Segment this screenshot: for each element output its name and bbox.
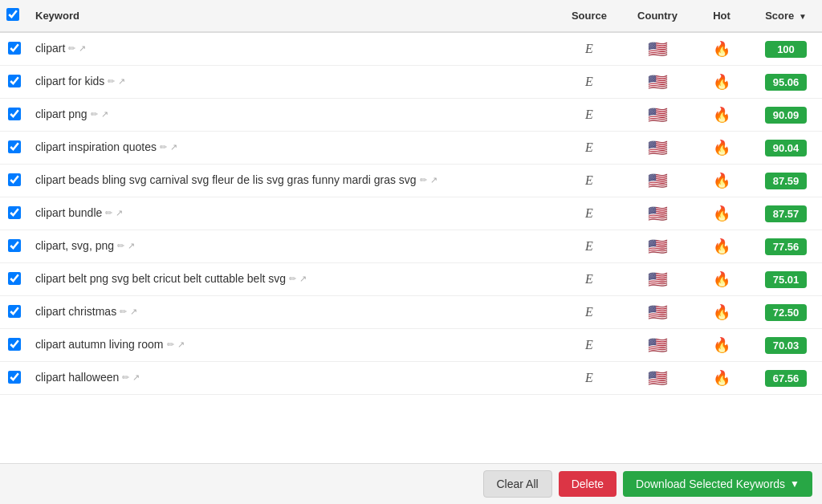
external-link-icon[interactable]: ↗ bbox=[79, 43, 86, 55]
edit-icon[interactable]: ✏ bbox=[117, 240, 124, 252]
hot-cell: 🔥 bbox=[694, 329, 750, 362]
external-link-icon[interactable]: ↗ bbox=[116, 207, 123, 219]
edit-icon[interactable]: ✏ bbox=[160, 141, 167, 153]
header-check[interactable] bbox=[0, 0, 29, 32]
keyword-text: clipart beads bling svg carnival svg fle… bbox=[35, 173, 417, 189]
keyword-cell: clipart for kids ✏↗ bbox=[29, 66, 557, 99]
hot-cell: 🔥 bbox=[694, 230, 750, 263]
row-checkbox-cell[interactable] bbox=[0, 99, 29, 132]
flag-icon: 🇺🇸 bbox=[648, 270, 668, 288]
row-checkbox[interactable] bbox=[8, 272, 21, 285]
external-link-icon[interactable]: ↗ bbox=[130, 306, 137, 318]
row-checkbox-cell[interactable] bbox=[0, 329, 29, 362]
keyword-table: Keyword Source Country Hot Score ▼ clipa… bbox=[0, 0, 822, 395]
external-link-icon[interactable]: ↗ bbox=[128, 240, 135, 252]
row-checkbox[interactable] bbox=[8, 173, 21, 186]
keyword-text: clipart christmas bbox=[35, 304, 116, 320]
header-source: Source bbox=[557, 0, 621, 32]
clear-all-button[interactable]: Clear All bbox=[483, 470, 552, 498]
score-cell: 72.50 bbox=[750, 296, 822, 329]
download-button[interactable]: Download Selected Keywords ▼ bbox=[623, 471, 812, 497]
country-cell: 🇺🇸 bbox=[621, 197, 694, 230]
edit-icon[interactable]: ✏ bbox=[289, 273, 296, 285]
header-score[interactable]: Score ▼ bbox=[750, 0, 822, 32]
header-hot: Hot bbox=[694, 0, 750, 32]
row-checkbox[interactable] bbox=[8, 140, 21, 153]
row-checkbox-cell[interactable] bbox=[0, 362, 29, 395]
table-row: clipart ✏↗E🇺🇸🔥100 bbox=[0, 32, 822, 66]
country-cell: 🇺🇸 bbox=[621, 32, 694, 66]
source-cell: E bbox=[557, 197, 621, 230]
edit-icon[interactable]: ✏ bbox=[105, 207, 112, 219]
row-checkbox[interactable] bbox=[8, 371, 21, 384]
source-cell: E bbox=[557, 165, 621, 197]
external-link-icon[interactable]: ↗ bbox=[177, 339, 185, 351]
score-badge: 75.01 bbox=[765, 271, 807, 288]
footer-bar: Clear All Delete Download Selected Keywo… bbox=[0, 463, 822, 504]
external-link-icon[interactable]: ↗ bbox=[101, 108, 108, 120]
row-checkbox[interactable] bbox=[8, 239, 21, 252]
row-checkbox-cell[interactable] bbox=[0, 165, 29, 197]
score-badge: 95.06 bbox=[765, 74, 807, 91]
keyword-cell: clipart bundle ✏↗ bbox=[29, 197, 557, 230]
row-checkbox-cell[interactable] bbox=[0, 66, 29, 99]
score-cell: 87.59 bbox=[750, 165, 822, 197]
table-row: clipart beads bling svg carnival svg fle… bbox=[0, 165, 822, 197]
row-checkbox[interactable] bbox=[8, 206, 21, 219]
keyword-text: clipart halloween bbox=[35, 370, 119, 386]
edit-icon[interactable]: ✏ bbox=[167, 339, 174, 351]
row-checkbox-cell[interactable] bbox=[0, 132, 29, 165]
table-row: clipart bundle ✏↗E🇺🇸🔥87.57 bbox=[0, 197, 822, 230]
row-checkbox-cell[interactable] bbox=[0, 32, 29, 66]
row-checkbox-cell[interactable] bbox=[0, 230, 29, 263]
flag-icon: 🇺🇸 bbox=[648, 172, 668, 189]
score-cell: 75.01 bbox=[750, 263, 822, 296]
edit-icon[interactable]: ✏ bbox=[122, 372, 129, 384]
select-all-checkbox[interactable] bbox=[6, 8, 19, 21]
external-link-icon[interactable]: ↗ bbox=[118, 75, 125, 87]
source-cell: E bbox=[557, 362, 621, 395]
keyword-cell: clipart png ✏↗ bbox=[29, 99, 557, 132]
flag-icon: 🇺🇸 bbox=[648, 303, 668, 321]
row-checkbox[interactable] bbox=[8, 75, 21, 87]
country-cell: 🇺🇸 bbox=[621, 362, 694, 395]
hot-cell: 🔥 bbox=[694, 99, 750, 132]
keyword-text: clipart, svg, png bbox=[35, 238, 114, 254]
row-checkbox-cell[interactable] bbox=[0, 296, 29, 329]
table-row: clipart belt png svg belt cricut belt cu… bbox=[0, 263, 822, 296]
row-checkbox-cell[interactable] bbox=[0, 197, 29, 230]
edit-icon[interactable]: ✏ bbox=[68, 43, 75, 55]
edit-icon[interactable]: ✏ bbox=[120, 306, 127, 318]
external-link-icon[interactable]: ↗ bbox=[132, 372, 140, 384]
hot-cell: 🔥 bbox=[694, 197, 750, 230]
external-link-icon[interactable]: ↗ bbox=[299, 273, 307, 285]
edit-icon[interactable]: ✏ bbox=[108, 75, 115, 87]
external-link-icon[interactable]: ↗ bbox=[170, 141, 177, 153]
score-badge: 72.50 bbox=[765, 304, 807, 321]
country-cell: 🇺🇸 bbox=[621, 165, 694, 197]
score-cell: 67.56 bbox=[750, 362, 822, 395]
row-checkbox-cell[interactable] bbox=[0, 263, 29, 296]
external-link-icon[interactable]: ↗ bbox=[430, 174, 437, 186]
flag-icon: 🇺🇸 bbox=[648, 40, 668, 58]
edit-icon[interactable]: ✏ bbox=[420, 174, 427, 186]
row-checkbox[interactable] bbox=[8, 42, 21, 55]
row-checkbox[interactable] bbox=[8, 108, 21, 120]
keyword-text: clipart bundle bbox=[35, 205, 102, 222]
sort-icon: ▼ bbox=[799, 12, 807, 21]
score-cell: 90.04 bbox=[750, 132, 822, 165]
score-badge: 77.56 bbox=[765, 238, 807, 255]
flag-icon: 🇺🇸 bbox=[648, 106, 668, 124]
table-row: clipart autumn living room ✏↗E🇺🇸🔥70.03 bbox=[0, 329, 822, 362]
keyword-cell: clipart belt png svg belt cricut belt cu… bbox=[29, 263, 557, 296]
delete-button[interactable]: Delete bbox=[559, 471, 616, 497]
row-checkbox[interactable] bbox=[8, 338, 21, 351]
download-label: Download Selected Keywords bbox=[636, 478, 785, 490]
edit-icon[interactable]: ✏ bbox=[91, 108, 98, 120]
keyword-table-container: Keyword Source Country Hot Score ▼ clipa… bbox=[0, 0, 822, 463]
keyword-cell: clipart beads bling svg carnival svg fle… bbox=[29, 165, 557, 197]
score-cell: 77.56 bbox=[750, 230, 822, 263]
flag-icon: 🇺🇸 bbox=[648, 238, 668, 255]
keyword-text: clipart belt png svg belt cricut belt cu… bbox=[35, 271, 286, 287]
row-checkbox[interactable] bbox=[8, 305, 21, 318]
